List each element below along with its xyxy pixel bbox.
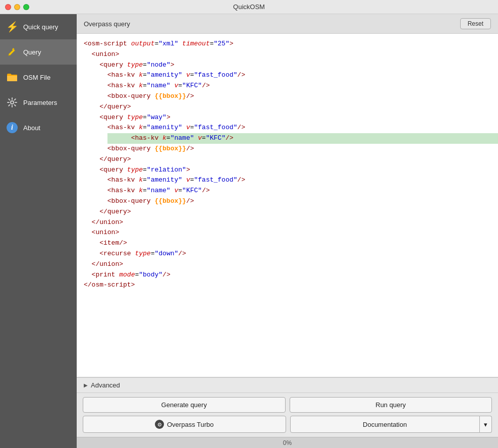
sidebar-item-parameters[interactable]: Parameters (0, 90, 77, 115)
titlebar: QuickOSM (0, 0, 498, 14)
sidebar-item-query-label: Query (23, 48, 41, 56)
documentation-dropdown-arrow[interactable]: ▾ (480, 416, 492, 433)
info-icon: i (6, 122, 18, 134)
documentation-dropdown: Documentation ▾ (290, 416, 492, 433)
documentation-button[interactable]: Documentation (290, 416, 480, 433)
sidebar-item-quick-query-label: Quick query (23, 23, 58, 31)
close-button[interactable] (5, 4, 11, 10)
sidebar-item-osm-file-label: OSM File (23, 74, 50, 81)
reset-button[interactable]: Reset (460, 18, 491, 29)
sidebar-item-quick-query[interactable]: ⚡ Quick query (0, 14, 77, 39)
btn-row-2: ⊙ Overpass Turbo Documentation ▾ (83, 416, 492, 433)
lightning-icon: ⚡ (6, 21, 18, 33)
maximize-button[interactable] (23, 4, 29, 10)
overpass-turbo-label: Overpass Turbo (167, 421, 214, 428)
overpass-turbo-button[interactable]: ⊙ Overpass Turbo (83, 416, 286, 433)
app-title: QuickOSM (233, 3, 265, 11)
advanced-arrow-icon: ▶ (84, 382, 88, 388)
sidebar-item-query[interactable]: Query (0, 39, 77, 65)
code-editor[interactable]: <osm-script output="xml" timeout="25"> <… (77, 34, 498, 377)
generate-query-button[interactable]: Generate query (83, 397, 286, 413)
overpass-icon: ⊙ (155, 420, 164, 429)
window-controls[interactable] (5, 4, 29, 10)
btn-row-1: Generate query Run query (83, 397, 492, 413)
progress-text: 0% (283, 439, 292, 446)
section-header: Overpass query Reset (77, 14, 498, 34)
minimize-button[interactable] (14, 4, 20, 10)
bottom-buttons: Generate query Run query ⊙ Overpass Turb… (77, 393, 498, 437)
advanced-label: Advanced (91, 381, 120, 389)
section-title: Overpass query (84, 20, 130, 28)
sidebar-item-parameters-label: Parameters (23, 99, 57, 106)
svg-point-1 (11, 101, 14, 104)
sidebar-item-about-label: About (23, 124, 40, 132)
sidebar: ⚡ Quick query Query OSM File (0, 14, 77, 448)
gear-icon (6, 96, 18, 108)
content-area: Overpass query Reset <osm-script output=… (77, 14, 498, 448)
run-query-button[interactable]: Run query (290, 397, 492, 413)
sidebar-item-osm-file[interactable]: OSM File (0, 65, 77, 90)
pencil-icon (6, 46, 18, 58)
folder-icon (6, 71, 18, 83)
main-layout: ⚡ Quick query Query OSM File (0, 14, 498, 448)
sidebar-item-about[interactable]: i About (0, 115, 77, 140)
advanced-section[interactable]: ▶ Advanced (77, 377, 498, 393)
progress-bar: 0% (77, 437, 498, 448)
